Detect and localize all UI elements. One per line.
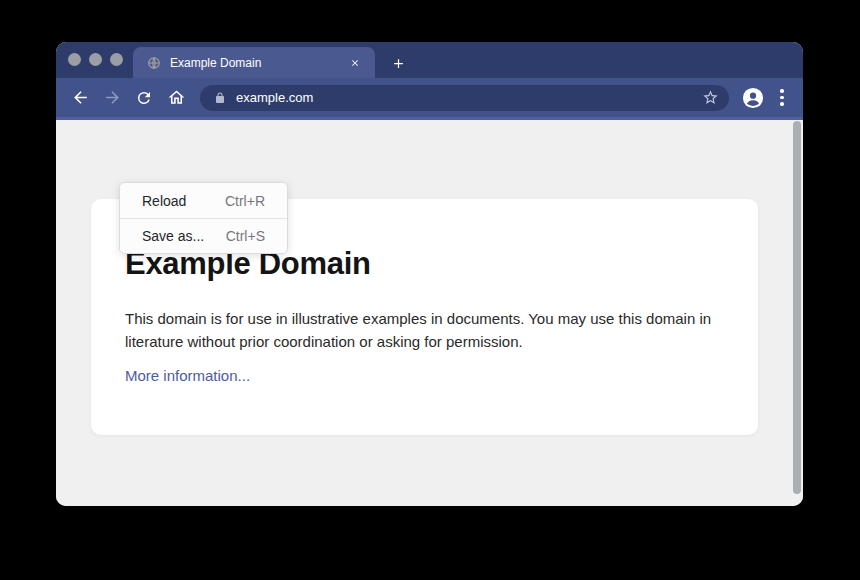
home-button[interactable] bbox=[162, 84, 190, 112]
more-information-link[interactable]: More information... bbox=[125, 367, 250, 384]
back-arrow-icon bbox=[71, 88, 90, 107]
reload-button[interactable] bbox=[130, 84, 158, 112]
forward-arrow-icon bbox=[103, 88, 122, 107]
lock-icon bbox=[214, 92, 226, 104]
tab-title: Example Domain bbox=[170, 56, 347, 70]
page-paragraph: This domain is for use in illustrative e… bbox=[125, 307, 715, 353]
profile-avatar-icon[interactable] bbox=[742, 87, 764, 109]
address-bar[interactable]: example.com bbox=[200, 85, 729, 111]
url-text[interactable]: example.com bbox=[236, 90, 702, 105]
menu-item-shortcut: Ctrl+S bbox=[226, 228, 265, 244]
context-menu-item-save-as[interactable]: Save as... Ctrl+S bbox=[120, 218, 287, 253]
title-bar: Example Domain bbox=[56, 42, 803, 78]
context-menu-item-reload[interactable]: Reload Ctrl+R bbox=[120, 183, 287, 218]
browser-menu-icon[interactable] bbox=[775, 89, 789, 106]
back-button[interactable] bbox=[66, 84, 94, 112]
tab-close-icon[interactable] bbox=[347, 55, 363, 71]
scrollbar-thumb[interactable] bbox=[793, 121, 801, 494]
page-content: Example Domain This domain is for use in… bbox=[56, 120, 803, 506]
menu-item-label: Reload bbox=[142, 193, 186, 209]
browser-window: Example Domain bbox=[56, 42, 803, 506]
home-icon bbox=[167, 88, 186, 107]
context-menu: Reload Ctrl+R Save as... Ctrl+S bbox=[119, 182, 288, 254]
forward-button[interactable] bbox=[98, 84, 126, 112]
bookmark-star-icon[interactable] bbox=[702, 89, 719, 106]
reload-icon bbox=[135, 89, 153, 107]
menu-item-label: Save as... bbox=[142, 228, 204, 244]
browser-toolbar: example.com bbox=[56, 78, 803, 120]
browser-tab[interactable]: Example Domain bbox=[133, 47, 375, 78]
window-maximize-button[interactable] bbox=[110, 53, 123, 66]
window-close-button[interactable] bbox=[68, 53, 81, 66]
new-tab-button[interactable] bbox=[386, 51, 410, 75]
window-minimize-button[interactable] bbox=[89, 53, 102, 66]
globe-favicon-icon bbox=[147, 56, 161, 70]
menu-item-shortcut: Ctrl+R bbox=[225, 193, 265, 209]
